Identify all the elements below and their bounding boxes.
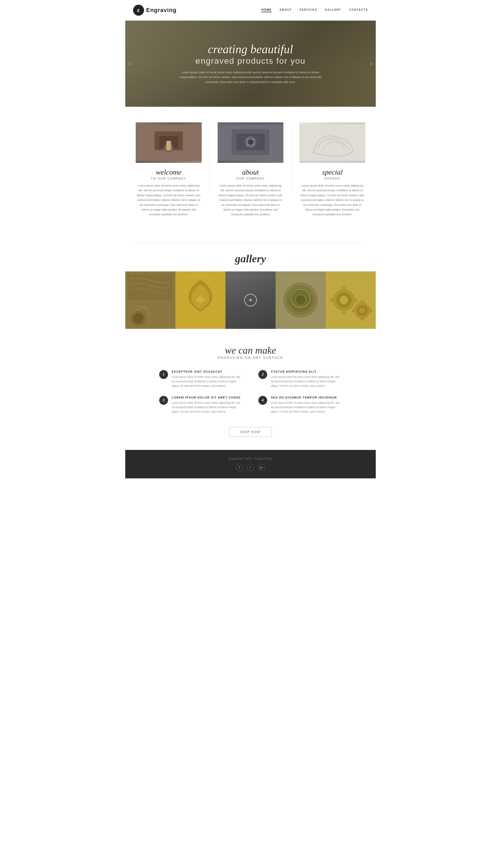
site-header: ε Engraving HOME ABOUT SERVICES GALLERY …	[125, 0, 376, 21]
svg-point-25	[340, 296, 348, 304]
hero-description: Lorem ipsum dolor sit amet conse ctetur …	[178, 70, 323, 85]
svg-rect-11	[299, 125, 365, 161]
main-nav: HOME ABOUT SERVICES GALLERY CONTACTS	[262, 8, 368, 12]
services-title-upper: ENGRAVING ON ANY SURFACE	[136, 356, 365, 360]
service-item-title-4: SED DO EIUSMOD TEMPOR INCIDIDUN	[271, 396, 342, 399]
service-item-title-3: LOREM IPSUM DOLOR SIT AMET CONSE	[172, 396, 243, 399]
feature-divider-2	[291, 127, 291, 192]
svg-rect-35	[352, 309, 355, 312]
hero-prev-arrow[interactable]: ‹	[129, 60, 131, 67]
svg-rect-27	[342, 311, 346, 314]
service-item-2: 2 CTETUR ADIPISICING ELIT Lorem ipsum do…	[258, 370, 342, 388]
hero-content: creating beautiful engraved products for…	[157, 43, 344, 85]
site-footer: Engraving © 2013 · Privacy Policy f t g+	[125, 450, 376, 478]
nav-gallery[interactable]: GALLERY	[325, 8, 341, 12]
svg-rect-4	[166, 141, 171, 150]
feature-img-about	[217, 122, 284, 163]
service-item-title-2: CTETUR ADIPISICING ELIT	[271, 370, 342, 373]
logo-icon: ε	[133, 5, 144, 16]
svg-rect-26	[342, 287, 346, 290]
gallery-plus-icon[interactable]: +	[244, 294, 257, 307]
service-number-2: 2	[258, 370, 267, 379]
gallery-item-1[interactable]	[125, 271, 175, 329]
hero-title-script: creating beautiful	[178, 43, 323, 56]
feature-welcome: welcome TO OUR COMPANY Lorem ipsum dolor…	[136, 122, 202, 217]
service-text-4: SED DO EIUSMOD TEMPOR INCIDIDUN Lorem ip…	[271, 396, 342, 414]
feature-title-welcome-script: welcome	[136, 168, 202, 176]
svg-rect-29	[354, 298, 358, 302]
facebook-icon[interactable]: f	[236, 464, 243, 471]
svg-point-21	[295, 295, 306, 306]
hero-title-regular: engraved products for you	[178, 56, 323, 66]
shop-now-button[interactable]: SHOP NOW!	[229, 427, 272, 437]
googleplus-icon[interactable]: g+	[258, 464, 265, 471]
nav-services[interactable]: SERVICES	[300, 8, 317, 12]
gallery-item-3[interactable]: +	[225, 271, 276, 329]
twitter-icon[interactable]: t	[247, 464, 254, 471]
services-grid: 1 EXCEPTEUR SINT OCCAECAT Lorem ipsum do…	[159, 370, 342, 414]
gallery-strip: +	[125, 271, 376, 329]
service-item-desc-2: Lorem ipsum dolor sit amet conse ctetur …	[271, 375, 342, 388]
service-text-2: CTETUR ADIPISICING ELIT Lorem ipsum dolo…	[271, 370, 342, 388]
svg-point-32	[360, 308, 365, 313]
feature-title-about-upper: OUR COMPANY	[217, 177, 284, 180]
svg-point-14	[133, 313, 143, 324]
services-section: we can make ENGRAVING ON ANY SURFACE 1 E…	[125, 329, 376, 450]
features-grid: welcome TO OUR COMPANY Lorem ipsum dolor…	[136, 122, 365, 217]
hero-section: ‹ creating beautiful engraved products f…	[125, 21, 376, 107]
service-text-1: EXCEPTEUR SINT OCCAECAT Lorem ipsum dolo…	[172, 370, 243, 388]
svg-rect-33	[360, 301, 364, 303]
service-item-title-1: EXCEPTEUR SINT OCCAECAT	[172, 370, 243, 373]
gallery-item-4[interactable]	[276, 271, 326, 329]
nav-about[interactable]: ABOUT	[279, 8, 292, 12]
gallery-item-2[interactable]	[175, 271, 225, 329]
gallery-section: gallery	[125, 230, 376, 329]
service-item-4: 4 SED DO EIUSMOD TEMPOR INCIDIDUN Lorem …	[258, 396, 342, 414]
features-section: welcome TO OUR COMPANY Lorem ipsum dolor…	[125, 107, 376, 230]
nav-home[interactable]: HOME	[262, 8, 271, 12]
service-item-3: 3 LOREM IPSUM DOLOR SIT AMET CONSE Lorem…	[159, 396, 243, 414]
service-item-desc-3: Lorem ipsum dolor sit amet conse ctetur …	[172, 400, 243, 414]
nav-contacts[interactable]: CONTACTS	[349, 8, 368, 12]
svg-rect-28	[330, 298, 333, 302]
footer-social: f t g+	[133, 464, 368, 471]
feature-desc-about: Lorem ipsum dolor sit amet conse ctetur …	[217, 183, 284, 217]
gallery-item-5[interactable]	[326, 271, 376, 329]
footer-copyright: Engraving © 2013 · Privacy Policy	[133, 457, 368, 460]
service-number-1: 1	[159, 370, 168, 379]
feature-special: special OFFERS Lorem ipsum dolor sit ame…	[299, 122, 365, 217]
feature-about: about OUR COMPANY Lorem ipsum dolor sit …	[217, 122, 284, 217]
service-number-4: 4	[258, 396, 267, 405]
logo[interactable]: ε Engraving	[133, 5, 177, 16]
service-number-3: 3	[159, 396, 168, 405]
feature-desc-special: Lorem ipsum dolor sit amet conse ctetur …	[299, 183, 365, 217]
feature-title-special-script: special	[299, 168, 365, 176]
svg-rect-15	[128, 274, 172, 300]
feature-title-welcome-upper: TO OUR COMPANY	[136, 177, 202, 180]
service-item-desc-4: Lorem ipsum dolor sit amet conse ctetur …	[271, 400, 342, 414]
feature-title-special-upper: OFFERS	[299, 177, 365, 180]
svg-rect-34	[360, 318, 364, 321]
feature-divider-1	[210, 127, 210, 192]
gallery-title: gallery	[125, 253, 376, 265]
feature-img-welcome	[136, 122, 202, 163]
brand-name: Engraving	[146, 7, 177, 13]
feature-title-about-script: about	[217, 168, 284, 176]
hero-next-arrow[interactable]: ›	[370, 60, 372, 67]
svg-point-10	[248, 139, 253, 145]
service-text-3: LOREM IPSUM DOLOR SIT AMET CONSE Lorem i…	[172, 396, 243, 414]
feature-desc-welcome: Lorem ipsum dolor sit amet conse ctetur …	[136, 183, 202, 217]
svg-rect-36	[370, 309, 372, 312]
service-item-1: 1 EXCEPTEUR SINT OCCAECAT Lorem ipsum do…	[159, 370, 243, 388]
service-item-desc-1: Lorem ipsum dolor sit amet conse ctetur …	[172, 375, 243, 388]
services-title-script: we can make	[136, 344, 365, 356]
feature-img-special	[299, 122, 365, 163]
